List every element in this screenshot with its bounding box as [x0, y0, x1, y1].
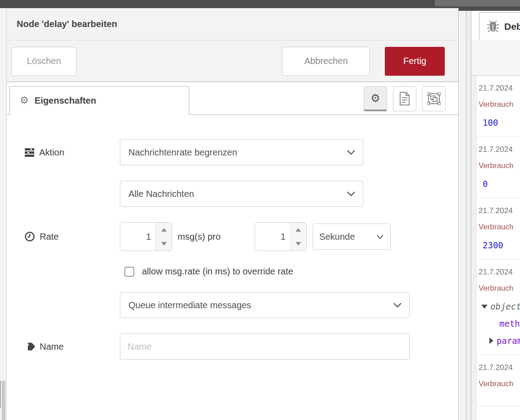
cancel-button[interactable]: Abbrechen [282, 47, 370, 76]
interval-spin-buttons [290, 223, 306, 251]
done-button[interactable]: Fertig [385, 47, 445, 76]
dialog-button-row: Löschen Abbrechen Fertig [7, 41, 458, 82]
palette-edge-line [0, 381, 1, 408]
editor-view-buttons: ⚙ [364, 86, 446, 111]
interval-unit-select[interactable]: Sekunde [313, 224, 391, 250]
description-view-button[interactable] [393, 86, 416, 111]
action-scope-value: Alle Nachrichten [128, 189, 194, 199]
queue-row: Queue intermediate messages [25, 292, 458, 318]
dialog-title: Node 'delay' bearbeiten [17, 19, 117, 29]
edit-node-dialog: Node 'delay' bearbeiten Löschen Abbreche… [6, 8, 459, 420]
debug-timestamp: 21.7.2024 [479, 206, 520, 215]
debug-message-list: 21.7.2024 Verbrauch 100 21.7.2024 Verbra… [471, 76, 520, 420]
queue-behaviour-select[interactable]: Queue intermediate messages [120, 292, 410, 318]
debug-node-name: Verbrauch [479, 100, 520, 109]
debug-message: 21.7.2024 Verbrauch [477, 355, 520, 406]
chevron-down-icon [347, 150, 356, 155]
sidebar-tab-bar: Debug [471, 11, 520, 40]
rate-spin-up-button[interactable] [156, 223, 172, 237]
debug-message-gutter [471, 76, 477, 420]
interval-unit-value: Sekunde [319, 232, 355, 242]
interval-spin-up-button[interactable] [291, 223, 306, 237]
rate-unit-text: msg(s) pro [178, 232, 221, 242]
debug-message: 21.7.2024 Verbrauch 0 [477, 137, 520, 198]
action-select-value: Nachrichtenrate begrenzen [128, 147, 237, 158]
object-group-icon [427, 92, 441, 105]
topbar-light-segment [435, 0, 520, 6]
bug-icon [487, 21, 499, 32]
debug-timestamp: 21.7.2024 [479, 145, 520, 154]
arrow-up-icon [161, 228, 167, 232]
interval-input[interactable] [255, 223, 290, 251]
debug-message: 21.7.2024 Verbrauch 2300 [477, 198, 520, 260]
action-scope-row: Alle Nachrichten [25, 181, 458, 207]
action-label: Aktion [25, 147, 120, 158]
queue-behaviour-value: Queue intermediate messages [128, 300, 251, 310]
rate-label: Rate [25, 232, 120, 242]
debug-object-key: params [497, 336, 520, 346]
chevron-down-icon [376, 234, 384, 239]
override-rate-checkbox[interactable] [124, 267, 134, 277]
tab-properties-label: Eigenschaften [35, 96, 96, 106]
debug-message: 21.7.2024 Verbrauch 100 [477, 76, 520, 137]
dialog-body: ⚙ Eigenschaften ⚙ [7, 82, 458, 420]
name-label: Name [25, 342, 120, 352]
debug-timestamp: 21.7.2024 [479, 363, 520, 372]
palette-scrollbar-thumb[interactable] [2, 381, 5, 420]
tasks-icon [25, 148, 34, 157]
debug-node-name: Verbrauch [479, 223, 520, 232]
debug-object-row: object [479, 301, 520, 311]
interval-spin-down-button[interactable] [291, 237, 306, 251]
debug-node-name: Verbrauch [479, 161, 520, 170]
dialog-header: Node 'delay' bearbeiten [7, 8, 458, 41]
debug-object-key: method [499, 319, 520, 329]
debug-node-name: Verbrauch [479, 379, 520, 388]
debug-sidebar: Debug 21.7.2024 Verbrauch 100 21.7.2024 … [471, 11, 520, 420]
debug-timestamp: 21.7.2024 [479, 84, 520, 93]
palette-rail [0, 8, 6, 420]
interval-spinner [255, 222, 307, 251]
debug-message: 21.7.2024 Verbrauch object method params [477, 260, 520, 355]
delete-button[interactable]: Löschen [11, 47, 77, 76]
rate-input[interactable] [120, 223, 155, 251]
workspace-strip [459, 11, 466, 420]
dialog-tab-bar: ⚙ Eigenschaften ⚙ [7, 82, 458, 115]
name-input[interactable] [120, 333, 410, 360]
caret-down-icon[interactable] [481, 305, 488, 309]
sidebar-separator[interactable] [466, 11, 471, 420]
name-row: Name [25, 333, 458, 360]
tab-debug[interactable]: Debug [479, 12, 520, 40]
clock-icon [25, 232, 35, 242]
override-rate-label: allow msg.rate (in ms) to override rate [142, 266, 293, 277]
tab-properties[interactable]: ⚙ Eigenschaften [9, 86, 189, 115]
chevron-down-icon [347, 191, 356, 196]
gear-icon: ⚙ [20, 96, 29, 105]
rate-spinner [120, 222, 172, 251]
rate-spin-buttons [155, 223, 172, 251]
debug-value: 100 [479, 118, 520, 128]
arrow-down-icon [161, 242, 167, 246]
caret-right-icon[interactable] [489, 338, 493, 344]
rate-spin-down-button[interactable] [156, 237, 172, 251]
arrow-up-icon [296, 228, 301, 232]
chevron-down-icon [393, 302, 402, 308]
node-properties-form: Aktion Nachrichtenrate begrenzen Alle Na… [7, 115, 458, 360]
file-text-icon [399, 92, 411, 105]
debug-timestamp: 21.7.2024 [479, 268, 520, 277]
debug-object-key-row: params [479, 336, 520, 346]
action-select[interactable]: Nachrichtenrate begrenzen [120, 139, 363, 165]
action-scope-select[interactable]: Alle Nachrichten [120, 181, 363, 207]
tab-debug-label: Debug [504, 21, 520, 32]
properties-view-button[interactable]: ⚙ [364, 86, 387, 111]
action-row: Aktion Nachrichtenrate begrenzen [25, 139, 458, 165]
debug-node-name: Verbrauch [479, 284, 520, 293]
rate-row: Rate msg(s) pro [25, 222, 458, 251]
debug-toolbar [471, 40, 520, 76]
debug-object-key-row: method [479, 319, 520, 329]
tag-icon [25, 342, 35, 352]
gear-icon: ⚙ [370, 93, 380, 104]
debug-value: 0 [479, 179, 520, 189]
appearance-view-button[interactable] [422, 86, 446, 111]
debug-value: 2300 [479, 240, 520, 250]
override-row: allow msg.rate (in ms) to override rate [124, 266, 458, 277]
